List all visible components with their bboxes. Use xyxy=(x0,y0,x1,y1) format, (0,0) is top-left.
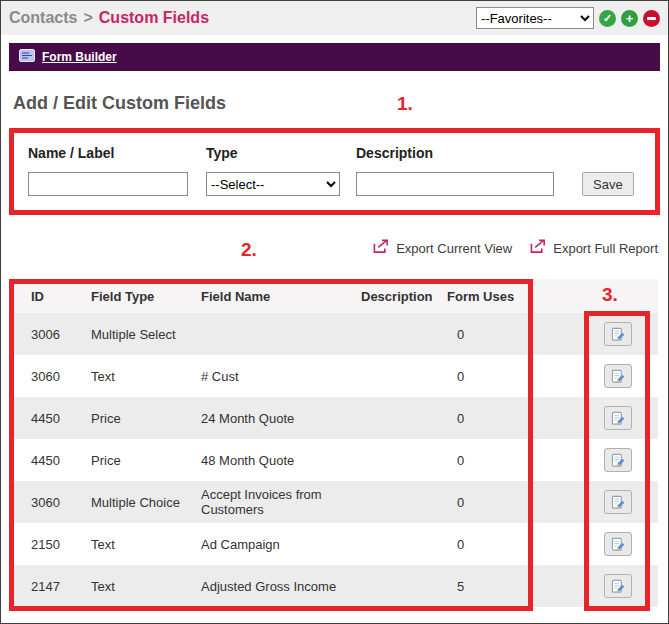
type-label: Type xyxy=(206,145,356,162)
table-body: 3006 Multiple Select 0 3060 Text # Cust … xyxy=(11,313,658,607)
cell-form-uses: 0 xyxy=(447,537,537,552)
export-row: Export Current View Export Full Report xyxy=(1,237,668,259)
edit-row-button[interactable] xyxy=(604,448,632,472)
description-label: Description xyxy=(356,145,568,162)
type-select[interactable]: --Select-- xyxy=(206,172,340,196)
cell-field-type: Multiple Select xyxy=(91,327,201,342)
cell-field-type: Price xyxy=(91,411,201,426)
check-circle-icon[interactable]: ✓ xyxy=(599,10,616,27)
cell-field-type: Multiple Choice xyxy=(91,495,201,510)
table-row: 3060 Multiple Choice Accept Invoices fro… xyxy=(11,481,658,523)
cell-id: 4450 xyxy=(11,411,91,426)
header-form-uses: Form Uses xyxy=(447,289,537,304)
cell-field-name: Accept Invoices from Customers xyxy=(201,487,361,517)
cell-field-name: 48 Month Quote xyxy=(201,453,361,468)
cell-form-uses: 5 xyxy=(447,579,537,594)
table-header-row: ID Field Type Field Name Description For… xyxy=(11,279,658,313)
edit-row-button[interactable] xyxy=(604,322,632,346)
cell-form-uses: 0 xyxy=(447,495,537,510)
description-input[interactable] xyxy=(356,172,554,196)
custom-fields-table: ID Field Type Field Name Description For… xyxy=(11,279,658,607)
table-row: 4450 Price 24 Month Quote 0 xyxy=(11,397,658,439)
cell-field-name: 24 Month Quote xyxy=(201,411,361,426)
cell-id: 3060 xyxy=(11,369,91,384)
minus-circle-icon[interactable] xyxy=(643,10,660,27)
cell-form-uses: 0 xyxy=(447,369,537,384)
breadcrumb: Contacts > Custom Fields xyxy=(9,9,209,27)
cell-field-name: # Cust xyxy=(201,369,361,384)
cell-field-type: Price xyxy=(91,453,201,468)
edit-row-button[interactable] xyxy=(604,364,632,388)
form-builder-bar: Form Builder xyxy=(9,43,660,71)
breadcrumb-contacts[interactable]: Contacts xyxy=(9,9,77,27)
header-description: Description xyxy=(361,289,447,304)
page-title: Add / Edit Custom Fields xyxy=(13,93,668,114)
breadcrumb-current-page: Custom Fields xyxy=(99,9,209,27)
export-full-report-link[interactable]: Export Full Report xyxy=(530,239,658,257)
cell-id: 3060 xyxy=(11,495,91,510)
form-builder-icon xyxy=(19,48,35,66)
table-row: 3060 Text # Cust 0 xyxy=(11,355,658,397)
cell-id: 2150 xyxy=(11,537,91,552)
cell-field-type: Text xyxy=(91,579,201,594)
table-row: 3006 Multiple Select 0 xyxy=(11,313,658,355)
export-current-view-link[interactable]: Export Current View xyxy=(373,239,512,257)
plus-circle-icon[interactable]: + xyxy=(621,10,638,27)
cell-field-name: Adjusted Gross Income xyxy=(201,579,361,594)
edit-row-button[interactable] xyxy=(604,406,632,430)
top-bar: Contacts > Custom Fields --Favorites-- ✓… xyxy=(1,1,668,35)
cell-id: 3006 xyxy=(11,327,91,342)
table-row: 2150 Text Ad Campaign 0 xyxy=(11,523,658,565)
topbar-actions: --Favorites-- ✓ + xyxy=(476,7,660,29)
export-current-view-label: Export Current View xyxy=(396,241,512,256)
export-full-report-label: Export Full Report xyxy=(553,241,658,256)
edit-row-button[interactable] xyxy=(604,532,632,556)
cell-field-type: Text xyxy=(91,537,201,552)
edit-row-button[interactable] xyxy=(604,574,632,598)
edit-row-button[interactable] xyxy=(604,490,632,514)
table-row: 4450 Price 48 Month Quote 0 xyxy=(11,439,658,481)
cell-form-uses: 0 xyxy=(447,453,537,468)
header-field-name: Field Name xyxy=(201,289,361,304)
form-builder-link[interactable]: Form Builder xyxy=(42,50,117,64)
save-button[interactable]: Save xyxy=(582,172,634,196)
table-row: 2147 Text Adjusted Gross Income 5 xyxy=(11,565,658,607)
cell-id: 2147 xyxy=(11,579,91,594)
name-input[interactable] xyxy=(28,172,188,196)
cell-form-uses: 0 xyxy=(447,327,537,342)
cell-field-name: Ad Campaign xyxy=(201,537,361,552)
cell-form-uses: 0 xyxy=(447,411,537,426)
cell-id: 4450 xyxy=(11,453,91,468)
minus-bar xyxy=(647,17,656,20)
add-edit-custom-field-form: Name / Label Type Description --Select--… xyxy=(9,128,660,215)
breadcrumb-separator: > xyxy=(83,9,92,27)
cell-field-type: Text xyxy=(91,369,201,384)
favorites-select[interactable]: --Favorites-- xyxy=(476,7,594,29)
header-id: ID xyxy=(11,289,91,304)
export-icon xyxy=(530,239,547,257)
export-icon xyxy=(373,239,390,257)
header-field-type: Field Type xyxy=(91,289,201,304)
name-label: Name / Label xyxy=(28,145,206,162)
